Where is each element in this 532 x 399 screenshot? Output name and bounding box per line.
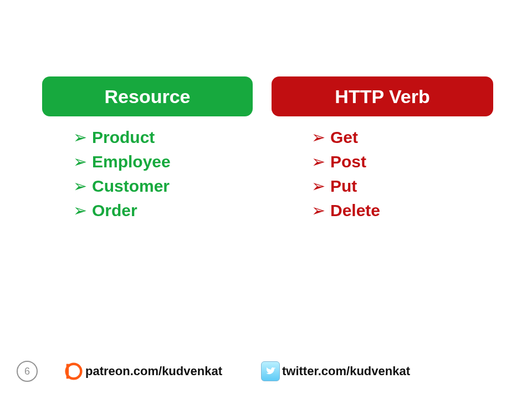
resource-header: Resource <box>42 76 253 116</box>
twitter-icon <box>261 362 280 381</box>
list-item: ➢ Post <box>311 150 380 174</box>
http-verb-header: HTTP Verb <box>272 76 493 116</box>
list-item: ➢ Delete <box>311 198 380 223</box>
list-item-label: Product <box>92 125 155 150</box>
chevron-right-icon: ➢ <box>73 198 92 223</box>
patreon-icon <box>64 362 83 381</box>
chevron-right-icon: ➢ <box>311 174 330 198</box>
chevron-right-icon: ➢ <box>311 150 330 174</box>
twitter-link-label: twitter.com/kudvenkat <box>282 364 410 378</box>
chevron-right-icon: ➢ <box>311 125 330 150</box>
list-item: ➢ Customer <box>73 174 171 198</box>
chevron-right-icon: ➢ <box>73 174 92 198</box>
list-item-label: Employee <box>92 150 171 174</box>
list-item-label: Get <box>330 125 358 150</box>
list-item-label: Order <box>92 198 137 223</box>
page-number: 6 <box>17 361 38 382</box>
list-item: ➢ Employee <box>73 150 171 174</box>
list-item-label: Post <box>330 150 366 174</box>
list-item: ➢ Order <box>73 198 171 223</box>
patreon-link-label: patreon.com/kudvenkat <box>85 364 222 378</box>
resource-list: ➢ Product ➢ Employee ➢ Customer ➢ Order <box>73 125 171 223</box>
patreon-link[interactable]: patreon.com/kudvenkat <box>64 362 222 381</box>
list-item-label: Put <box>330 174 357 198</box>
chevron-right-icon: ➢ <box>73 125 92 150</box>
list-item: ➢ Get <box>311 125 380 150</box>
chevron-right-icon: ➢ <box>311 198 330 223</box>
list-item: ➢ Put <box>311 174 380 198</box>
footer: 6 patreon.com/kudvenkat twitter.com/kudv… <box>17 359 515 383</box>
list-item: ➢ Product <box>73 125 171 150</box>
chevron-right-icon: ➢ <box>73 150 92 174</box>
http-verb-list: ➢ Get ➢ Post ➢ Put ➢ Delete <box>311 125 380 223</box>
list-item-label: Customer <box>92 174 170 198</box>
list-item-label: Delete <box>330 198 380 223</box>
svg-rect-1 <box>66 364 69 379</box>
twitter-link[interactable]: twitter.com/kudvenkat <box>261 362 410 381</box>
